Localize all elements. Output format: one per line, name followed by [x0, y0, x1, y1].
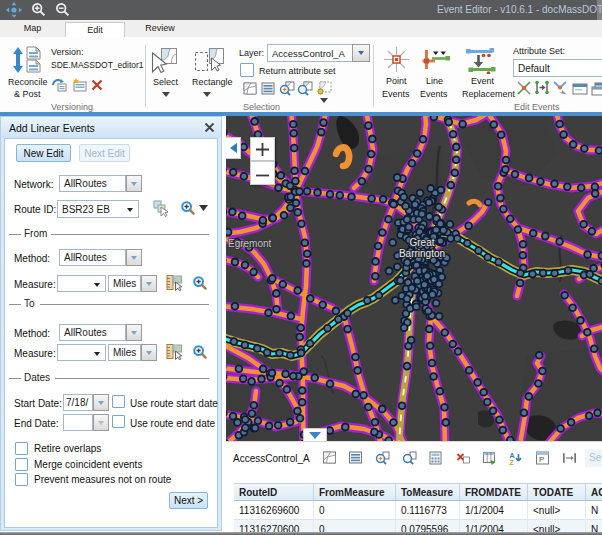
svg-text:P: P: [539, 455, 544, 464]
svg-text:Barrington: Barrington: [399, 248, 445, 259]
svg-text:Z: Z: [510, 459, 515, 466]
svg-text:Egremont: Egremont: [228, 238, 272, 249]
svg-text:A: A: [510, 452, 515, 459]
svg-text:Great: Great: [409, 237, 434, 248]
